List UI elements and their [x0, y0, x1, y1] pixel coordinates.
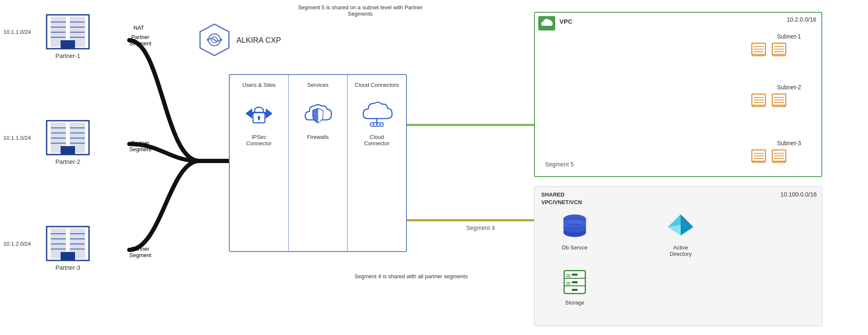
subnet1-servers [750, 42, 787, 58]
vpc-ip: 10.2.0.0/16 [787, 16, 816, 23]
storage-group: Storage [560, 267, 590, 306]
server-icon-s1a [750, 42, 767, 58]
active-directory-label: ActiveDirectory [670, 244, 692, 257]
svg-rect-74 [752, 160, 765, 163]
ipsec-label: IPSecConnector [246, 134, 272, 147]
svg-rect-69 [772, 104, 786, 108]
svg-rect-25 [61, 146, 75, 155]
storage-label: Storage [565, 299, 584, 306]
server-icon-s3a [750, 148, 767, 165]
subnet2-servers [750, 92, 787, 109]
cxp-section-users: Users & Sites IPSecConnector [230, 75, 289, 251]
ip-label-partner3: 10.1.2.0/24 [3, 241, 31, 247]
firewalls-label: Firewalls [307, 134, 328, 140]
cxp-services-title: Services [307, 82, 328, 88]
db-service-label: Db Servce [562, 244, 588, 251]
svg-rect-64 [752, 104, 765, 108]
svg-rect-13 [61, 40, 75, 49]
partner-3-group: Partner-3 [45, 224, 91, 271]
partner1-nat-label: NAT [134, 25, 144, 31]
partner-1-group: Partner-1 [45, 13, 91, 59]
vpc-label: VPC [559, 18, 573, 25]
partner2-segment-label: PartnerSegment [129, 140, 151, 152]
active-directory-group: ActiveDirectory [666, 212, 696, 257]
server-icon-s2b [771, 92, 787, 109]
diagram-container: 10.1.1.0/24 10.1.1.0/24 10.1.2.0/24 Part… [0, 0, 868, 335]
cxp-box: Users & Sites IPSecConnector [229, 74, 407, 252]
partner-2-group: Partner-2 [45, 119, 91, 165]
svg-point-50 [373, 124, 374, 125]
cxp-users-title: Users & Sites [242, 82, 276, 88]
server-icon-s3b [771, 148, 787, 165]
shared-vpc-ip: 10.100.0.0/16 [780, 191, 817, 198]
alkira-cxp-icon [199, 23, 230, 57]
partner1-label: Partner-1 [56, 53, 80, 59]
active-directory-icon [666, 212, 696, 242]
subnet2-label: Subnet-2 [777, 84, 801, 91]
subnet3-label: Subnet-3 [777, 140, 801, 147]
segment4-note: Segment 4 is shared with all partner seg… [348, 273, 475, 280]
svg-rect-99 [572, 281, 578, 283]
cxp-section-cloud: Cloud Connectors CloudConnector [348, 75, 406, 251]
partner3-segment-label: PartnerSegment [129, 246, 151, 258]
svg-point-51 [376, 124, 378, 125]
shared-vpc-label: SHAREDVPC/VNET/VCN [541, 191, 582, 206]
vpc-box: VPC 10.2.0.0/16 Subnet-1 Subnet-2 [534, 12, 822, 177]
cloud-connector-label: CloudConnector [364, 134, 389, 147]
building-icon-partner1 [45, 13, 91, 51]
ip-label-partner1: 10.1.1.0/24 [3, 29, 31, 35]
partner3-label: Partner-3 [56, 264, 80, 271]
svg-marker-91 [681, 214, 693, 227]
server-icon-s1b [771, 42, 787, 58]
firewall-icon [301, 97, 335, 130]
partner2-label: Partner-2 [56, 158, 80, 165]
partner1-segment-label: PartnerSegment [129, 34, 151, 47]
cxp-section-services: Services Firewalls [289, 75, 348, 251]
segment4-label: Segment 4 [466, 224, 495, 231]
db-service-group: Db Servce [560, 212, 590, 251]
building-icon-partner2 [45, 119, 91, 157]
cloud-connector-icon [360, 97, 394, 130]
cxp-cloud-title: Cloud Connectors [355, 82, 399, 88]
ipsec-icon [242, 97, 276, 130]
subnet1-label: Subnet-1 [777, 33, 801, 40]
server-icon-s2a [750, 92, 767, 109]
vpc-cloud-icon [541, 18, 553, 28]
ip-label-partner2: 10.1.1.0/24 [3, 135, 31, 141]
svg-rect-47 [258, 118, 260, 120]
alkira-cxp-label: ALKIRA CXP [236, 36, 281, 45]
storage-icon [560, 267, 590, 297]
segment5-label: Segment 5 [545, 161, 574, 168]
svg-rect-100 [572, 289, 578, 291]
svg-rect-79 [772, 160, 786, 163]
shared-vpc-box: SHAREDVPC/VNET/VCN 10.100.0.0/16 Db Serv… [534, 186, 822, 326]
db-service-icon [560, 212, 590, 242]
subnet3-servers [750, 148, 787, 165]
svg-point-52 [379, 124, 381, 125]
segment5-note: Segment 5 is shared on a subnet level wi… [288, 4, 432, 17]
building-icon-partner3 [45, 224, 91, 263]
svg-rect-54 [752, 53, 765, 57]
svg-marker-92 [668, 214, 681, 227]
svg-rect-98 [572, 274, 578, 276]
svg-rect-37 [61, 252, 75, 260]
svg-rect-59 [772, 53, 786, 57]
